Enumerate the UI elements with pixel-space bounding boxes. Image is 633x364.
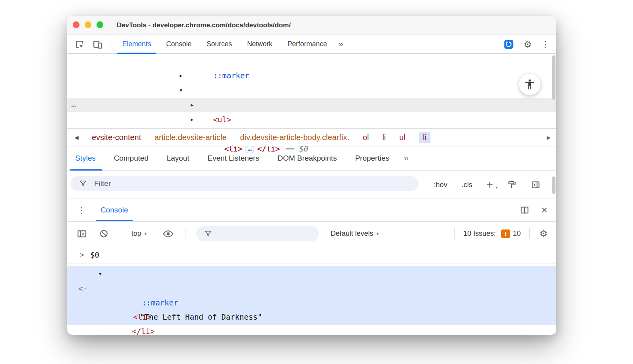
- close-drawer-icon[interactable]: ×: [541, 205, 548, 216]
- devtools-window: DevTools - developer.chrome.com/docs/dev…: [67, 16, 556, 335]
- result-row[interactable]: </li>: [67, 310, 556, 324]
- main-panel-tabs: Elements Console Sources Network Perform…: [115, 35, 347, 54]
- breadcrumb: ◀ evsite-content article.devsite-article…: [67, 128, 556, 146]
- console-drawer-header: ⋮ Console ×: [67, 199, 556, 222]
- console-settings-gear-icon[interactable]: ⚙: [539, 229, 548, 238]
- filter-funnel-icon: [79, 180, 87, 188]
- dom-tree-row-p[interactable]: ▶ <p>…</p>: [67, 68, 556, 83]
- devtools-toolbar: Elements Console Sources Network Perform…: [67, 35, 556, 54]
- styles-filter-box[interactable]: [70, 176, 419, 191]
- more-panels-icon[interactable]: »: [398, 146, 414, 171]
- dom-tree: ::marker ▶ <p>…</p> ▼ <ul> … ▶ <li>…</li…: [67, 54, 556, 128]
- breadcrumb-item[interactable]: ol: [363, 133, 369, 142]
- tab-sources[interactable]: Sources: [199, 35, 239, 54]
- dom-tree-row-ul[interactable]: ▼ <ul>: [67, 83, 556, 98]
- command-text: $0: [90, 246, 99, 264]
- console-toolbar: top ▾ Default levels ▾ 10 Issues: ! 10 ⚙: [67, 222, 556, 246]
- toolbar-divider: [529, 228, 530, 239]
- tab-properties[interactable]: Properties: [346, 146, 398, 171]
- expand-arrow-icon[interactable]: ▶: [180, 68, 182, 83]
- breadcrumb-item[interactable]: li: [382, 133, 386, 142]
- tab-performance[interactable]: Performance: [280, 35, 335, 54]
- breadcrumb-item-selected[interactable]: li: [419, 132, 430, 143]
- extension-icon[interactable]: [504, 39, 514, 49]
- breadcrumb-list: evsite-content article.devsite-article d…: [92, 132, 430, 143]
- hover-menu-dots-icon[interactable]: …: [71, 97, 76, 112]
- toolbar-divider: [186, 228, 186, 239]
- console-filter-box[interactable]: [196, 226, 319, 241]
- accessibility-indicator: [519, 73, 541, 95]
- accessibility-person-icon: [524, 78, 536, 90]
- more-tabs-icon[interactable]: »: [335, 35, 347, 54]
- styles-filter-row: :hov .cls +▾: [67, 171, 556, 199]
- tab-event-listeners[interactable]: Event Listeners: [198, 146, 268, 171]
- tab-layout[interactable]: Layout: [157, 146, 198, 171]
- tab-network[interactable]: Network: [239, 35, 280, 54]
- breadcrumb-scroll-left-icon[interactable]: ◀: [67, 129, 86, 146]
- collapse-arrow-icon[interactable]: ▼: [180, 83, 182, 98]
- styles-filter-input[interactable]: [93, 179, 370, 188]
- toolbar-divider: [120, 228, 120, 239]
- settings-gear-icon[interactable]: ⚙: [523, 40, 532, 49]
- breadcrumb-scroll-right-icon[interactable]: ▶: [547, 135, 551, 140]
- command-prompt-icon: >: [80, 246, 84, 264]
- dom-tree-row-li-selected[interactable]: … ▶ <li>…</li>==$0: [67, 98, 556, 112]
- breadcrumb-item[interactable]: evsite-content: [92, 133, 141, 142]
- kebab-menu-icon[interactable]: ⋮: [541, 40, 550, 49]
- dom-tree-row-marker[interactable]: ::marker: [67, 54, 556, 68]
- clear-console-icon[interactable]: [99, 229, 109, 239]
- styles-scrollbar[interactable]: [552, 176, 555, 194]
- tab-dom-breakpoints[interactable]: DOM Breakpoints: [268, 146, 346, 171]
- breadcrumb-item[interactable]: ul: [399, 133, 406, 142]
- chevron-down-icon: ▾: [377, 231, 379, 236]
- toggle-hover-state-button[interactable]: :hov: [434, 181, 447, 189]
- tab-console[interactable]: Console: [159, 35, 199, 54]
- split-panel-icon[interactable]: [520, 205, 529, 215]
- show-console-sidebar-icon[interactable]: [77, 229, 87, 239]
- paint-roller-icon[interactable]: [507, 180, 517, 190]
- tab-elements[interactable]: Elements: [115, 35, 159, 54]
- toggle-class-button[interactable]: .cls: [462, 181, 472, 189]
- styles-controls: :hov .cls +▾: [434, 171, 540, 199]
- drawer-kebab-menu-icon[interactable]: ⋮: [78, 199, 86, 222]
- console-filter-input[interactable]: [217, 229, 312, 238]
- console-command-row[interactable]: > $0: [67, 246, 556, 264]
- result-tag-close[interactable]: </li>: [132, 327, 155, 335]
- live-expression-eye-icon[interactable]: [163, 228, 174, 239]
- traffic-maximize-button[interactable]: [97, 21, 103, 28]
- collapse-arrow-icon[interactable]: ▼: [99, 267, 102, 281]
- expand-arrow-icon[interactable]: ▶: [191, 98, 193, 112]
- chevron-down-icon: ▾: [496, 186, 498, 190]
- tab-styles[interactable]: Styles: [67, 146, 105, 171]
- issues-count-value[interactable]: 10: [513, 229, 521, 238]
- breadcrumb-item[interactable]: div.devsite-article-body.clearfix.: [240, 133, 349, 142]
- result-row[interactable]: "The Left Hand of Darkness": [67, 296, 556, 310]
- dock-sidebar-icon[interactable]: [531, 180, 540, 190]
- traffic-close-button[interactable]: [73, 21, 80, 28]
- issues-count-label[interactable]: 10 Issues:: [463, 229, 496, 238]
- toolbar-divider: [454, 228, 455, 239]
- drawer-right-controls: ×: [520, 199, 548, 221]
- dom-tree-row-li[interactable]: ▶ <li>…</li>: [67, 112, 556, 127]
- device-toolbar-icon[interactable]: [93, 39, 103, 49]
- chevron-down-icon: ▾: [144, 231, 147, 236]
- breadcrumb-item[interactable]: article.devsite-article: [155, 133, 227, 142]
- toolbar-right-controls: ⚙ ⋮: [504, 35, 550, 54]
- traffic-minimize-button[interactable]: [85, 21, 91, 28]
- console-result-block[interactable]: <· ▼ <li> ::marker "The Left Hand of Dar…: [67, 266, 556, 325]
- result-row[interactable]: ::marker: [67, 281, 556, 296]
- window-title: DevTools - developer.chrome.com/docs/dev…: [117, 16, 291, 35]
- sidebar-panel-tabs: Styles Computed Layout Event Listeners D…: [67, 146, 556, 171]
- execution-context-selector[interactable]: top: [131, 229, 141, 238]
- new-style-rule-button[interactable]: +▾: [487, 179, 493, 190]
- log-levels-selector[interactable]: Default levels: [331, 229, 373, 238]
- tab-computed[interactable]: Computed: [105, 146, 158, 171]
- tab-console-drawer[interactable]: Console: [94, 199, 135, 221]
- expand-arrow-icon[interactable]: ▶: [191, 112, 193, 127]
- issues-badge-icon[interactable]: !: [501, 229, 510, 238]
- filter-funnel-icon: [204, 230, 212, 238]
- titlebar: DevTools - developer.chrome.com/docs/dev…: [67, 16, 556, 35]
- inspect-element-icon[interactable]: [74, 39, 85, 49]
- result-row[interactable]: <· ▼ <li>: [67, 267, 556, 281]
- dom-tree-scrollbar[interactable]: [552, 55, 555, 100]
